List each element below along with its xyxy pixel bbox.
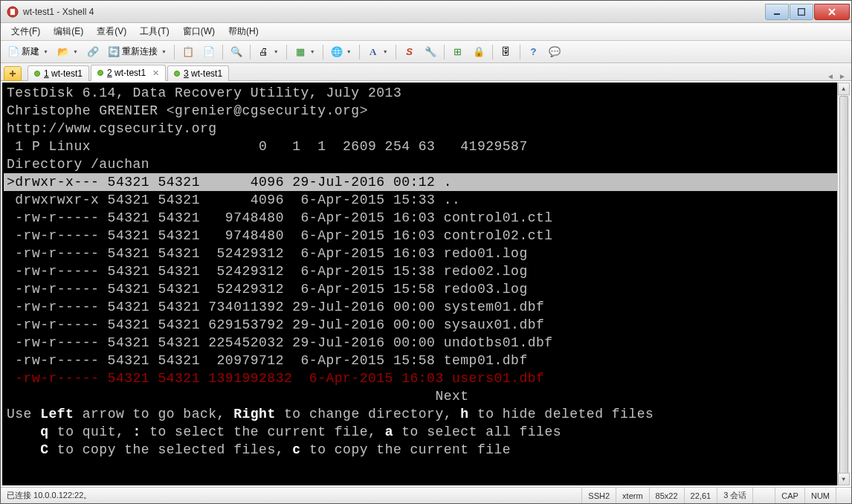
new-tab-button[interactable] — [4, 66, 22, 81]
help-icon: ? — [528, 46, 540, 58]
tab-label: 2 wt-test1 — [107, 68, 146, 78]
file-row[interactable]: -rw-r----- 54321 54321 629153792 29-Jul-… — [4, 316, 850, 334]
status-dot-icon — [34, 71, 40, 77]
paste-button[interactable]: 📄 — [199, 43, 219, 61]
font-button[interactable]: A▼ — [364, 43, 392, 61]
tab-label: 3 wt-test1 — [184, 68, 222, 79]
tool-button[interactable]: 🔧 — [421, 43, 440, 61]
separator — [286, 45, 287, 59]
menu-tools[interactable]: 工具(T) — [134, 23, 175, 40]
copy-button[interactable]: 📋 — [178, 43, 198, 61]
file-row[interactable]: >drwxr-x--- 54321 54321 4096 29-Jul-2016… — [4, 173, 850, 191]
terminal-container: TestDisk 6.14, Data Recovery Utility, Ju… — [1, 81, 851, 487]
status-dot-icon — [174, 71, 180, 77]
copy-icon: 📋 — [182, 46, 194, 58]
new-icon: 📄 — [7, 46, 19, 58]
scroll-thumb[interactable] — [839, 96, 848, 485]
tabbar: 1 wt-test12 wt-test1✕3 wt-test1 ◄ ► — [1, 63, 851, 81]
folder-icon: 📂 — [57, 46, 69, 58]
new-button[interactable]: 📄新建▼ — [4, 43, 52, 61]
hint-line-2: q to quit, : to select the current file,… — [4, 423, 850, 441]
help-button[interactable]: ? — [524, 43, 543, 61]
separator — [492, 45, 493, 59]
hint-line-1: Use Left arrow to go back, Right to chan… — [4, 405, 850, 423]
minimize-button[interactable] — [765, 4, 789, 20]
separator — [222, 45, 223, 59]
script-icon: S — [404, 46, 416, 58]
status-cursor: 22,61 — [685, 488, 718, 503]
menu-view[interactable]: 查看(V) — [91, 23, 132, 40]
connect-button[interactable]: 🔗 — [83, 43, 103, 61]
maximize-button[interactable] — [790, 4, 813, 20]
globe-button[interactable]: 🌐▼ — [327, 43, 355, 61]
window-buttons — [764, 4, 850, 20]
props-button[interactable]: ▦▼ — [291, 43, 319, 61]
tab-label: 1 wt-test1 — [44, 68, 83, 79]
scroll-up-button[interactable]: ▲ — [838, 83, 850, 95]
file-row[interactable]: -rw-r----- 54321 54321 225452032 29-Jul-… — [4, 334, 850, 352]
svg-rect-1 — [10, 9, 15, 15]
db-icon: 🗄 — [500, 46, 512, 58]
status-connection: 已连接 10.0.0.122:22。 — [1, 488, 582, 503]
link-icon: 🔗 — [87, 46, 99, 58]
tool-icon: 🔧 — [425, 46, 436, 58]
tile-button[interactable]: ⊞ — [448, 43, 468, 61]
session-tab[interactable]: 3 wt-test1 — [167, 65, 229, 81]
file-row[interactable]: -rw-r----- 54321 54321 20979712 6-Apr-20… — [4, 352, 850, 369]
file-row[interactable]: -rw-r----- 54321 54321 9748480 6-Apr-201… — [4, 227, 850, 245]
tab-close-button[interactable]: ✕ — [152, 68, 159, 78]
tab-scroll-right[interactable]: ► — [836, 72, 848, 80]
session-tab[interactable]: 1 wt-test1 — [28, 65, 89, 81]
svg-rect-2 — [774, 13, 780, 15]
terminal-line: Directory /auchan — [4, 155, 850, 173]
statusbar: 已连接 10.0.0.122:22。 SSH2 xterm 85x22 22,6… — [1, 487, 851, 503]
menu-window[interactable]: 窗口(W) — [177, 23, 221, 40]
status-protocol: SSH2 — [582, 488, 616, 503]
print-button[interactable]: 🖨▼ — [254, 43, 283, 61]
file-row[interactable]: -rw-r----- 54321 54321 52429312 6-Apr-20… — [4, 262, 850, 280]
svg-rect-3 — [798, 8, 805, 15]
session-tab[interactable]: 2 wt-test1✕ — [91, 65, 166, 81]
find-button[interactable]: 🔍 — [227, 43, 246, 61]
next-line: Next — [4, 387, 850, 405]
font-icon: A — [367, 46, 379, 58]
app-window: wt-test1 - Xshell 4 文件(F) 编辑(E) 查看(V) 工具… — [0, 0, 852, 504]
green-icon: ▦ — [294, 46, 306, 58]
globe-icon: 🌐 — [331, 46, 343, 58]
open-button[interactable]: 📂▼ — [54, 43, 82, 61]
script-button[interactable]: S — [400, 43, 419, 61]
menu-edit[interactable]: 编辑(E) — [48, 23, 89, 40]
reconnect-button[interactable]: 🔄重新连接▼ — [104, 43, 170, 61]
terminal-line: Christophe GRENIER <grenier@cgsecurity.o… — [4, 102, 850, 120]
menu-file[interactable]: 文件(F) — [5, 23, 46, 40]
file-row[interactable]: -rw-r----- 54321 54321 9748480 6-Apr-201… — [4, 209, 850, 227]
status-cap: CAP — [775, 488, 805, 503]
status-num: NUM — [805, 488, 836, 503]
file-row[interactable]: -rw-r----- 54321 54321 734011392 29-Jul-… — [4, 298, 850, 316]
paste-icon: 📄 — [203, 46, 215, 58]
terminal[interactable]: TestDisk 6.14, Data Recovery Utility, Ju… — [2, 83, 850, 485]
db-button[interactable]: 🗄 — [497, 43, 516, 61]
file-row[interactable]: -rw-r----- 54321 54321 1391992832 6-Apr-… — [4, 369, 850, 387]
tab-scroll-left[interactable]: ◄ — [824, 72, 836, 80]
terminal-scrollbar[interactable]: ▲ ▼ — [837, 83, 850, 485]
refresh-icon: 🔄 — [108, 46, 120, 58]
window-title: wt-test1 - Xshell 4 — [23, 7, 764, 17]
separator — [250, 45, 251, 59]
terminal-line: 1 P Linux 0 1 1 2609 254 63 41929587 — [4, 138, 850, 155]
print-icon: 🖨 — [258, 46, 270, 58]
about-button[interactable]: 💬 — [545, 43, 564, 61]
menu-help[interactable]: 帮助(H) — [222, 23, 265, 40]
file-row[interactable]: drwxrwxr-x 54321 54321 4096 6-Apr-2015 1… — [4, 191, 850, 209]
scroll-down-button[interactable]: ▼ — [838, 473, 850, 485]
separator — [323, 45, 323, 59]
file-row[interactable]: -rw-r----- 54321 54321 52429312 6-Apr-20… — [4, 280, 850, 298]
status-size: 85x22 — [650, 488, 685, 503]
status-dot-icon — [97, 70, 103, 76]
status-empty — [753, 488, 775, 503]
lock-button[interactable]: 🔒 — [469, 43, 488, 61]
file-row[interactable]: -rw-r----- 54321 54321 52429312 6-Apr-20… — [4, 245, 850, 262]
status-grip — [836, 488, 851, 503]
close-button[interactable] — [814, 4, 850, 20]
search-icon: 🔍 — [230, 46, 242, 58]
